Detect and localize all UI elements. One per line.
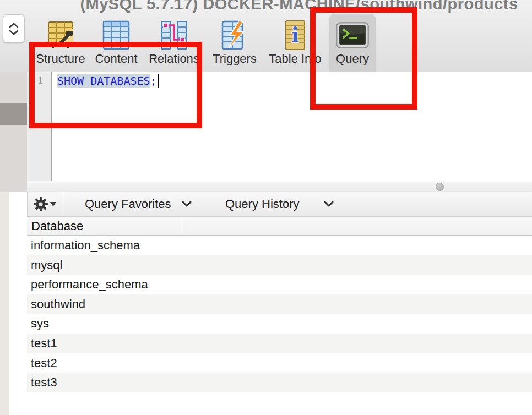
tab-query-label: Query [336, 52, 369, 66]
tab-relations-label: Relations [149, 52, 199, 66]
query-history-label: Query History [225, 197, 299, 211]
table-info-icon: i [283, 20, 307, 51]
tab-structure-label: Structure [36, 52, 85, 66]
triggers-icon [219, 20, 250, 51]
tab-table-info-label: Table Info [269, 52, 321, 66]
relations-icon [159, 20, 189, 51]
column-header-database[interactable]: Database [31, 219, 83, 233]
tab-content-label: Content [95, 52, 137, 66]
tab-triggers[interactable]: Triggers [207, 14, 262, 72]
tab-table-info[interactable]: i Table Info [265, 14, 325, 72]
app-window: (MySQL 5.7.17) DOCKER-MACHINE/southwind/… [0, 0, 532, 415]
table-row[interactable]: performance_schema [27, 275, 532, 294]
query-options-bar: Query Favorites Query History [27, 192, 532, 217]
results-column-header[interactable]: Database [27, 217, 532, 236]
chevron-down-icon [9, 30, 19, 35]
table-row[interactable]: test3 [27, 373, 532, 392]
gear-dropdown-arrow-icon [50, 202, 56, 206]
editor-line-number: 1 [27, 75, 43, 86]
query-favorites-label: Query Favorites [85, 197, 171, 211]
column-divider[interactable] [181, 218, 181, 234]
text-caret [158, 74, 159, 88]
query-icon [336, 20, 369, 51]
tab-content[interactable]: Content [89, 14, 144, 72]
sql-tail-text: ; [150, 74, 157, 88]
chevron-down-icon [182, 201, 192, 207]
sql-editor[interactable]: SHOW DATABASES; [52, 72, 532, 181]
table-row[interactable]: mysql [27, 255, 532, 275]
tab-query[interactable]: Query [329, 14, 376, 72]
table-row[interactable]: information_schema [27, 236, 532, 255]
table-row[interactable]: southwind [27, 294, 532, 314]
pane-stepper-control[interactable] [3, 14, 25, 43]
tab-relations[interactable]: Relations [146, 14, 202, 72]
structure-icon [45, 20, 76, 51]
sql-query-text: SHOW DATABASES; [57, 74, 159, 88]
content-icon [102, 20, 131, 51]
table-row[interactable]: test2 [27, 353, 532, 373]
left-pane-edge [0, 72, 27, 192]
tab-triggers-label: Triggers [213, 52, 257, 66]
chevron-down-icon [324, 201, 334, 207]
query-favorites-dropdown[interactable]: Query Favorites [85, 192, 192, 216]
svg-text:i: i [291, 23, 299, 47]
table-row[interactable]: sys [27, 314, 532, 334]
pane-splitter[interactable] [27, 181, 532, 193]
chevron-up-icon [9, 23, 19, 28]
tab-structure[interactable]: Structure [33, 14, 88, 72]
gear-menu-button[interactable] [28, 192, 62, 216]
table-row[interactable]: test1 [27, 334, 532, 353]
query-history-dropdown[interactable]: Query History [225, 192, 334, 216]
left-pane-scrollbar-thumb[interactable] [0, 103, 27, 125]
gear-icon [34, 197, 48, 211]
splitter-handle-icon[interactable] [436, 183, 444, 191]
left-window-edge [0, 192, 9, 415]
results-table: information_schema mysql performance_sch… [27, 236, 532, 392]
editor-gutter [27, 72, 52, 181]
sql-selected-text: SHOW DATABASES [57, 74, 150, 88]
window-title: (MySQL 5.7.17) DOCKER-MACHINE/southwind/… [66, 0, 532, 13]
